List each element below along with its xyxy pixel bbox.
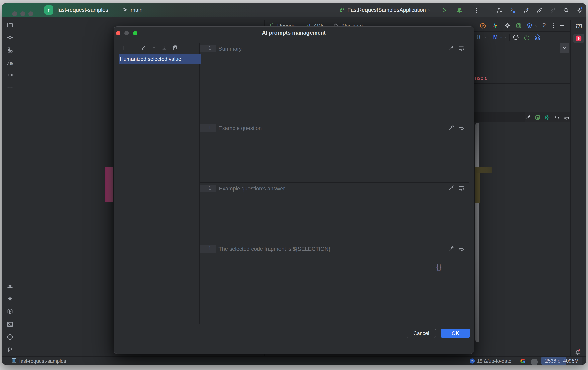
device-preview-icon[interactable] <box>515 22 522 29</box>
send-icon[interactable] <box>523 7 529 13</box>
soft-wrap-icon[interactable] <box>458 45 464 51</box>
statusbar-project-name[interactable]: fast-request-samples <box>19 358 66 364</box>
fr-text-field[interactable] <box>512 57 569 67</box>
ai-wand-icon[interactable] <box>448 185 454 191</box>
translate-icon[interactable]: 文A <box>510 7 516 14</box>
help-icon[interactable]: ? <box>542 21 546 28</box>
code-with-me-icon[interactable]: ? <box>7 59 13 66</box>
fr-combobox[interactable] <box>512 43 569 53</box>
problems-tool-icon[interactable] <box>7 334 13 340</box>
vcs-update-icon <box>469 358 475 364</box>
avatar-circle[interactable] <box>531 359 538 365</box>
openai-icon[interactable] <box>544 114 550 120</box>
console-link[interactable]: nsole <box>475 75 487 81</box>
chevron-down-icon <box>146 8 150 12</box>
hide-panel-minus-icon[interactable] <box>559 22 565 29</box>
endpoints-plug-icon[interactable] <box>7 72 13 79</box>
combobox-button[interactable] <box>560 43 569 53</box>
google-icon[interactable] <box>520 358 526 364</box>
summary-editor[interactable]: 1 Summary <box>200 43 469 122</box>
ai-wand-icon[interactable] <box>448 125 454 131</box>
markdown-export-icon[interactable]: M <box>493 34 498 40</box>
soft-wrap-icon[interactable] <box>458 185 464 191</box>
add-button[interactable] <box>121 45 127 51</box>
answer-editor[interactable]: 1 Example question's answer <box>200 182 469 242</box>
soft-wrap-icon[interactable] <box>458 245 464 251</box>
cancel-button[interactable]: Cancel <box>407 329 436 338</box>
refresh-icon[interactable] <box>513 34 519 41</box>
chevron-down-icon[interactable] <box>534 24 538 28</box>
chevron-down-icon[interactable] <box>483 36 487 39</box>
answer-placeholder: Example question's answer <box>219 185 285 192</box>
services-tool-icon[interactable] <box>7 308 13 315</box>
tabrow-kebab-icon[interactable] <box>550 22 556 29</box>
update-available-icon[interactable] <box>480 22 486 29</box>
traffic-light-zoom[interactable] <box>28 11 33 16</box>
list-item-selected[interactable]: Humanized selected value <box>119 54 200 64</box>
olive-shape-arm <box>475 167 492 173</box>
run-configuration-selector[interactable]: FastRequestSamplesApplication <box>347 3 426 17</box>
text-caret <box>218 185 219 192</box>
magic-wand-icon[interactable] <box>525 114 531 120</box>
bookmarks-star-icon[interactable] <box>7 295 13 302</box>
soft-wrap-icon[interactable] <box>458 125 464 131</box>
branch-selector[interactable]: main <box>131 3 143 17</box>
terminal-tool-icon[interactable] <box>7 321 13 328</box>
gutter-divider <box>216 243 216 324</box>
svg-text:A: A <box>513 10 515 14</box>
structure-tool-icon[interactable] <box>7 47 13 53</box>
traffic-light-minimize[interactable] <box>20 11 25 16</box>
settings-gear-icon[interactable] <box>576 7 583 13</box>
copy-button[interactable] <box>172 45 178 51</box>
vcs-status-text[interactable]: 15 Δ/up-to-date <box>477 358 512 364</box>
undo-icon[interactable] <box>554 114 560 120</box>
search-icon[interactable] <box>563 7 569 13</box>
chevron-down-icon <box>562 46 567 50</box>
question-editor[interactable]: 1 Example question <box>200 122 469 182</box>
panel-gear-icon[interactable] <box>504 22 511 29</box>
memory-indicator[interactable]: 2538 of 4096M <box>542 357 582 365</box>
branch-icon <box>122 8 128 13</box>
pink-notification-bar <box>105 167 113 202</box>
power-icon[interactable] <box>523 34 530 41</box>
line-number: 1 <box>200 245 211 251</box>
memory-text: 2538 of 4096M <box>542 357 582 365</box>
braces-filter-icon[interactable]: {} <box>476 34 480 40</box>
vcs-branch-tool-icon[interactable] <box>7 347 13 353</box>
arrow-down-small-icon <box>499 36 503 39</box>
traffic-light-close[interactable] <box>12 11 17 16</box>
ok-button[interactable]: OK <box>441 329 470 338</box>
soft-wrap-icon[interactable] <box>564 114 570 120</box>
profiler-gauge-icon[interactable] <box>7 283 13 290</box>
edit-pencil-button[interactable] <box>141 45 147 51</box>
run-button[interactable] <box>441 7 448 14</box>
right-stripe-divider <box>570 20 571 356</box>
project-tool-icon[interactable] <box>7 21 13 28</box>
plugin-puzzle-icon[interactable] <box>534 34 541 41</box>
send-disabled-icon <box>549 7 556 13</box>
remove-button[interactable] <box>131 45 137 51</box>
more-tool-windows-icon[interactable] <box>7 84 13 91</box>
layers-icon[interactable] <box>526 22 533 29</box>
project-selector[interactable]: fast-request-samples <box>57 3 108 17</box>
commit-tool-icon[interactable] <box>7 34 13 41</box>
fast-request-tab[interactable] <box>573 34 584 43</box>
svg-text:?: ? <box>11 62 12 65</box>
slack-icon[interactable] <box>492 23 498 29</box>
fr-editor-strip <box>474 112 525 122</box>
selection-editor[interactable]: 1 The selected code fragment is ${SELECT… <box>200 242 469 324</box>
add-user-icon[interactable] <box>496 7 503 13</box>
ai-wand-icon[interactable] <box>448 45 454 51</box>
send-alt-icon[interactable] <box>536 7 543 13</box>
notifications-bell-icon[interactable] <box>574 349 581 355</box>
chevron-down-icon[interactable] <box>504 36 507 39</box>
env-badge-icon[interactable]: E <box>535 114 541 120</box>
more-actions-kebab-icon[interactable] <box>473 7 480 14</box>
ai-wand-icon[interactable] <box>448 245 454 251</box>
statusbar-divider <box>2 356 586 357</box>
scrollbar-thumb[interactable] <box>475 123 480 342</box>
debug-button[interactable] <box>456 7 463 14</box>
project-widget-icon <box>11 358 17 363</box>
svg-text:E: E <box>537 116 539 119</box>
spring-boot-leaf-icon <box>339 7 345 13</box>
